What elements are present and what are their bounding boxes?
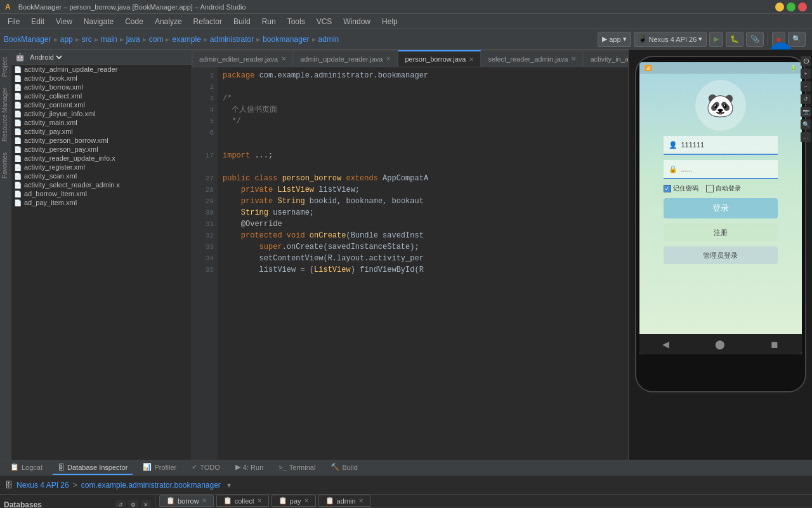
db-tab-pay[interactable]: 📋 pay ✕ [272, 495, 316, 507]
menu-file[interactable]: File [3, 16, 25, 27]
maximize-button[interactable] [787, 3, 796, 11]
menu-window[interactable]: Window [338, 16, 376, 27]
breadcrumb-java[interactable]: java [126, 35, 140, 44]
tab-admin-update[interactable]: admin_update_reader.java ✕ [293, 50, 398, 67]
tab-select-reader[interactable]: select_reader_admin.java ✕ [481, 50, 583, 67]
tab-close-icon[interactable]: ✕ [304, 497, 309, 504]
menu-analyze[interactable]: Analyze [150, 16, 187, 27]
home-button[interactable]: ⬤ [715, 339, 725, 349]
file-item[interactable]: 📄activity_select_reader_admin.x [11, 180, 192, 189]
file-item[interactable]: 📄activity_book.xml [11, 74, 192, 83]
tab-close-icon[interactable]: ✕ [358, 497, 363, 504]
run-button[interactable]: ▶ [709, 32, 723, 47]
auto-login-check[interactable]: 自动登录 [706, 184, 741, 193]
breadcrumb-admin[interactable]: admin [318, 35, 339, 44]
auto-login-checkbox[interactable] [706, 185, 714, 192]
tab-close-icon[interactable]: ✕ [469, 56, 474, 63]
code-area[interactable]: 1 2 3 4 5 6 17 27 28 29 30 31 32 33 34 3… [192, 67, 628, 460]
profiler-tab[interactable]: 📊 Profiler [138, 461, 181, 475]
file-item[interactable]: 📄activity_collect.xml [11, 91, 192, 100]
breadcrumb-bookmanager[interactable]: BookManager [4, 35, 51, 44]
build-tab[interactable]: 🔨 Build [325, 461, 362, 475]
breadcrumb-src[interactable]: src [82, 35, 92, 44]
file-item[interactable]: 📄activity_register.xml [11, 163, 192, 171]
db-inspector-tab[interactable]: 🗄 Database Inspector [53, 461, 133, 475]
file-item[interactable]: 📄activity_person_pay.xml [11, 145, 192, 154]
breadcrumb-example[interactable]: example [172, 35, 200, 44]
file-item[interactable]: 📄activity_main.xml [11, 118, 192, 127]
zoom-button[interactable]: 🔍 [801, 119, 811, 130]
run-config-button[interactable]: ▶ app ▾ [598, 32, 631, 47]
db-tab-borrow[interactable]: 📋 borrow ✕ [159, 495, 214, 507]
tab-close-icon[interactable]: ✕ [202, 497, 207, 504]
file-item[interactable]: 📄activity_pay.xml [11, 127, 192, 136]
terminal-tab[interactable]: >_ Terminal [273, 461, 320, 475]
menu-run[interactable]: Run [257, 16, 281, 27]
login-button[interactable]: 登录 [664, 198, 778, 218]
file-item[interactable]: 📄activity_scan.xml [11, 171, 192, 180]
file-item[interactable]: 📄activity_reader_update_info.x [11, 154, 192, 163]
tab-close-icon[interactable]: ✕ [571, 55, 576, 62]
menu-vcs[interactable]: VCS [311, 16, 337, 27]
code-content[interactable]: package com.example.administrator.bookma… [218, 67, 628, 460]
breadcrumb-com[interactable]: com [149, 35, 164, 44]
register-button[interactable]: 注册 [664, 224, 778, 241]
breadcrumb-bookmanager2[interactable]: bookmanager [263, 35, 309, 44]
project-tab[interactable]: Project [0, 52, 11, 82]
view-selector[interactable]: Android Project [27, 53, 64, 62]
menu-navigate[interactable]: Navigate [79, 16, 119, 27]
remember-checkbox[interactable]: ✓ [664, 185, 671, 192]
run-tab[interactable]: ▶ 4: Run [230, 461, 268, 475]
menu-refactor[interactable]: Refactor [188, 16, 227, 27]
file-item[interactable]: 📄ad_borrow_item.xml [11, 189, 192, 198]
file-item[interactable]: 📄activity_content.xml [11, 100, 192, 109]
username-field[interactable]: 👤 111111 [664, 136, 778, 155]
tab-admin-editer[interactable]: admin_editer_reader.java ✕ [192, 50, 293, 67]
attach-button[interactable]: 📎 [746, 32, 764, 47]
admin-login-button[interactable]: 管理员登录 [664, 246, 778, 264]
screenshot-button[interactable]: 📷 [801, 107, 811, 117]
volume-down-button[interactable]: − [801, 81, 811, 91]
power-button[interactable]: ⏻ [801, 56, 811, 66]
db-tab-collect[interactable]: 📋 collect ✕ [216, 495, 269, 507]
todo-tab[interactable]: ✓ TODO [187, 461, 225, 475]
back-button[interactable]: ◀ [662, 339, 669, 349]
remember-check[interactable]: ✓ 记住密码 [664, 184, 698, 193]
password-field[interactable]: 🔒 ...... [664, 160, 778, 179]
db-tab-admin[interactable]: 📋 admin ✕ [318, 495, 370, 507]
file-item[interactable]: 📄ad_pay_item.xml [11, 198, 192, 207]
file-item[interactable]: 📄activity_borrow.xml [11, 83, 192, 91]
breadcrumb-administrator[interactable]: administrator [210, 35, 254, 44]
breadcrumb-main[interactable]: main [101, 35, 117, 44]
menu-view[interactable]: View [51, 16, 77, 27]
volume-up-button[interactable]: + [801, 69, 811, 79]
tab-close-icon[interactable]: ✕ [257, 497, 262, 504]
more-button[interactable]: … [801, 132, 811, 142]
tab-close-icon[interactable]: ✕ [386, 55, 391, 62]
db-close-button[interactable]: ✕ [141, 500, 151, 509]
search-button[interactable]: 🔍 [788, 32, 806, 47]
file-item[interactable]: 📄activity_person_borrow.xml [11, 136, 192, 145]
db-refresh-button[interactable]: ↺ [115, 500, 126, 509]
tab-activity-xml[interactable]: activity_in_add_reader.xml ✕ [583, 50, 628, 67]
logcat-tab[interactable]: 📋 Logcat [5, 461, 48, 475]
minimize-button[interactable] [775, 3, 784, 11]
file-item[interactable]: 📄activity_jieyue_info.xml [11, 109, 192, 118]
resource-manager-tab[interactable]: Resource Manager [0, 83, 11, 147]
menu-code[interactable]: Code [120, 16, 148, 27]
tab-person-borrow[interactable]: person_borrow.java ✕ [398, 50, 481, 67]
device-selector-button[interactable]: 📱 Nexus 4 API 26 ▾ [634, 32, 707, 47]
db-settings-button[interactable]: ⚙ [128, 500, 138, 509]
tab-close-icon[interactable]: ✕ [281, 55, 286, 62]
recents-button[interactable]: ◼ [771, 339, 778, 349]
favorites-tab[interactable]: Favorites [0, 147, 11, 184]
close-button[interactable] [798, 3, 807, 11]
breadcrumb-app[interactable]: app [60, 35, 73, 44]
debug-button[interactable]: 🐛 [726, 32, 743, 47]
menu-tools[interactable]: Tools [282, 16, 310, 27]
rotate-button[interactable]: ↺ [801, 94, 811, 104]
menu-help[interactable]: Help [377, 16, 403, 27]
file-item[interactable]: 📄activity_admin_update_reader [11, 65, 192, 74]
menu-edit[interactable]: Edit [26, 16, 49, 27]
menu-build[interactable]: Build [228, 16, 256, 27]
